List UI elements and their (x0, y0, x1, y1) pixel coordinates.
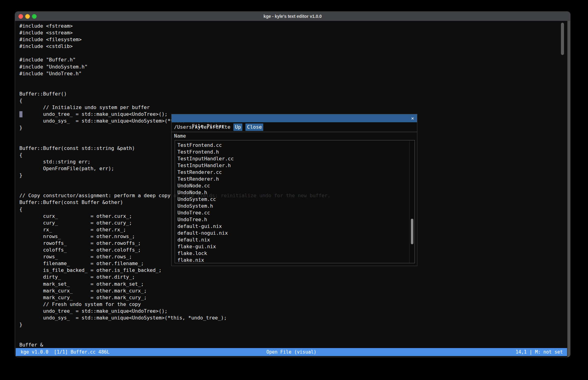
up-button[interactable]: Up (233, 123, 242, 131)
dialog-path-row: /Users/kyle/src/kte Up Close (172, 122, 417, 132)
editor-scrollbar-thumb[interactable] (561, 23, 564, 55)
window-title: kge - kyle's text editor v1.0.0 (15, 12, 570, 21)
current-path: /Users/kyle/src/kte (174, 123, 230, 131)
editor-cursor (19, 111, 22, 117)
dialog-titlebar: File Picker ✕ (172, 114, 417, 122)
file-list-item[interactable]: flake.lock (175, 250, 415, 257)
dialog-separator (172, 132, 417, 132)
status-right: 14,1 | M: not set (515, 348, 563, 356)
file-list-item[interactable]: default.nix (175, 237, 415, 243)
file-list-item[interactable]: TestRenderer.h (175, 176, 415, 182)
name-column-header: Name (174, 133, 186, 139)
screen: kge - kyle's text editor v1.0.0 #include… (0, 0, 588, 380)
file-picker-dialog: File Picker ✕ /Users/kyle/src/kte Up Clo… (171, 114, 417, 266)
window-right-edge (567, 21, 570, 357)
file-list-scrollbar-track[interactable] (409, 140, 415, 263)
file-list-item[interactable]: UndoSystem.h (175, 203, 415, 210)
status-left: kge v1.0.0 [1/1] Buffer.cc 486L (21, 348, 109, 356)
file-list-item[interactable]: UndoNode.cc (175, 182, 415, 189)
file-list-item[interactable]: TestInputHandler.cc (175, 155, 415, 162)
file-list-item[interactable]: flake-gui.nix (175, 243, 415, 250)
file-list-item[interactable]: UndoTree.h (175, 216, 415, 223)
file-list-item[interactable]: default-nogui.nix (175, 230, 415, 237)
window-titlebar[interactable]: kge - kyle's text editor v1.0.0 (15, 12, 570, 21)
close-button[interactable]: Close (245, 123, 263, 131)
file-list: TestFrontend.ccTestFrontend.hTestInputHa… (175, 140, 415, 263)
status-bar: kge v1.0.0 [1/1] Buffer.cc 486L Open Fil… (16, 348, 567, 356)
file-list-item[interactable]: TestFrontend.cc (175, 142, 415, 149)
file-list-item[interactable]: TestFrontend.h (175, 149, 415, 155)
file-list-item[interactable]: default-gui.nix (175, 223, 415, 230)
file-list-item[interactable]: TestRenderer.cc (175, 169, 415, 176)
file-list-scrollbar-thumb[interactable] (411, 219, 413, 244)
file-list-item[interactable]: flake.nix (175, 257, 415, 263)
file-list-item[interactable]: UndoNode.h (175, 189, 415, 196)
file-list-item[interactable]: UndoSystem.cc (175, 196, 415, 203)
file-list-item[interactable]: UndoTree.cc (175, 210, 415, 216)
file-list-item[interactable]: TestInputHandler.h (175, 162, 415, 169)
close-icon[interactable]: ✕ (411, 114, 414, 122)
